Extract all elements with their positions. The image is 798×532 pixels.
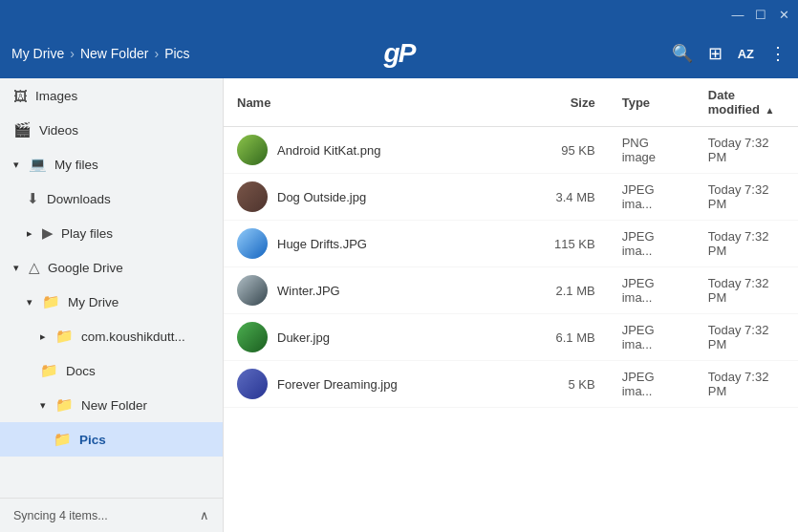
sidebar-label-com-koushik: com.koushikdutt... <box>81 330 185 344</box>
breadcrumb-my-drive[interactable]: My Drive <box>11 46 64 61</box>
file-size: 95 KB <box>540 127 609 174</box>
file-date: Today 7:32 PM <box>695 174 798 221</box>
title-bar: — ☐ ✕ <box>0 0 798 29</box>
file-name-cell: Duker.jpg <box>224 314 540 361</box>
sort-indicator: ▲ <box>766 105 775 116</box>
file-name: Dog Outside.jpg <box>277 190 366 204</box>
sidebar-label-downloads: Downloads <box>47 192 111 206</box>
file-type: JPEG ima... <box>609 221 695 267</box>
chevron-up-icon[interactable]: ∧ <box>200 508 209 522</box>
file-type: JPEG ima... <box>609 174 695 221</box>
computer-icon: 💻 <box>29 156 47 173</box>
file-size: 6.1 MB <box>540 314 609 361</box>
file-size: 3.4 MB <box>540 174 609 221</box>
file-name: Forever Dreaming.jpg <box>277 377 398 392</box>
sidebar-item-downloads[interactable]: ⬇ Downloads <box>0 181 223 216</box>
sidebar-item-google-drive[interactable]: ▾ △ Google Drive <box>0 250 223 285</box>
sidebar-item-docs[interactable]: 📁 Docs <box>0 353 223 388</box>
play-icon: ▶ <box>42 224 54 242</box>
sidebar-item-videos[interactable]: 🎬 Videos <box>0 113 223 147</box>
file-name: Duker.jpg <box>277 330 330 345</box>
sidebar-label-my-drive: My Drive <box>68 295 119 309</box>
col-header-date[interactable]: Date modified ▲ <box>695 78 798 127</box>
sidebar-item-com-koushik[interactable]: ▸ 📁 com.koushikdutt... <box>0 319 223 353</box>
table-row[interactable]: Huge Drifts.JPG 115 KB JPEG ima... Today… <box>224 221 798 267</box>
col-header-name[interactable]: Name <box>224 78 540 127</box>
chevron-down-icon-4: ▾ <box>40 399 46 412</box>
drive-icon: △ <box>29 259 40 276</box>
file-thumbnail <box>237 181 268 212</box>
table-row[interactable]: Winter.JPG 2.1 MB JPEG ima... Today 7:32… <box>224 267 798 314</box>
az-sort-button[interactable]: AZ <box>738 47 754 61</box>
col-header-size[interactable]: Size <box>540 78 609 127</box>
folder-icon-3: 📁 <box>40 362 58 379</box>
file-thumbnail <box>237 135 268 165</box>
breadcrumb-pics[interactable]: Pics <box>164 46 189 61</box>
file-date: Today 7:32 PM <box>695 127 798 174</box>
search-icon[interactable]: 🔍 <box>672 43 693 64</box>
file-date: Today 7:32 PM <box>695 361 798 408</box>
file-date: Today 7:32 PM <box>695 314 798 361</box>
sidebar-item-my-drive[interactable]: ▾ 📁 My Drive <box>0 285 223 319</box>
col-header-type[interactable]: Type <box>609 78 695 127</box>
sidebar-footer: Syncing 4 items... ∧ <box>0 498 223 532</box>
table-row[interactable]: Android KitKat.png 95 KB PNG image Today… <box>224 127 798 174</box>
table-row[interactable]: Forever Dreaming.jpg 5 KB JPEG ima... To… <box>224 361 798 408</box>
breadcrumb: My Drive › New Folder › Pics <box>11 46 672 61</box>
main-layout: 🖼 Images 🎬 Videos ▾ 💻 My files ⬇ Downloa… <box>0 78 798 532</box>
table-row[interactable]: Dog Outside.jpg 3.4 MB JPEG ima... Today… <box>224 174 798 221</box>
sidebar: 🖼 Images 🎬 Videos ▾ 💻 My files ⬇ Downloa… <box>0 78 224 532</box>
file-size: 2.1 MB <box>540 267 609 314</box>
sidebar-item-my-files[interactable]: ▾ 💻 My files <box>0 147 223 181</box>
file-date: Today 7:32 PM <box>695 267 798 314</box>
sidebar-label-play-files: Play files <box>61 226 113 241</box>
folder-icon-2: 📁 <box>55 328 74 345</box>
sidebar-label-new-folder: New Folder <box>81 398 147 413</box>
sidebar-label-my-files: My files <box>54 158 98 172</box>
table-header-row: Name Size Type Date modified ▲ <box>224 78 798 127</box>
breadcrumb-new-folder[interactable]: New Folder <box>80 46 149 61</box>
file-table: Name Size Type Date modified ▲ Android K… <box>224 78 798 408</box>
file-content: Name Size Type Date modified ▲ Android K… <box>224 78 798 532</box>
file-thumbnail <box>237 275 268 306</box>
file-name: Huge Drifts.JPG <box>277 237 367 251</box>
video-icon: 🎬 <box>13 121 32 138</box>
folder-icon-4: 📁 <box>55 396 74 414</box>
file-name-cell: Android KitKat.png <box>224 127 540 174</box>
sidebar-item-pics[interactable]: 📁 Pics <box>0 422 223 457</box>
file-type: JPEG ima... <box>609 314 695 361</box>
file-size: 115 KB <box>540 221 609 267</box>
chevron-right-icon-2: ▸ <box>40 330 46 343</box>
grid-view-icon[interactable]: ⊞ <box>708 43 723 64</box>
maximize-button[interactable]: ☐ <box>754 8 767 21</box>
sidebar-item-new-folder[interactable]: ▾ 📁 New Folder <box>0 388 223 422</box>
more-menu-icon[interactable]: ⋮ <box>769 43 787 64</box>
sidebar-label-pics: Pics <box>79 433 106 447</box>
close-button[interactable]: ✕ <box>777 8 790 21</box>
table-row[interactable]: Duker.jpg 6.1 MB JPEG ima... Today 7:32 … <box>224 314 798 361</box>
sidebar-label-images: Images <box>35 89 77 103</box>
chevron-right-icon: ▸ <box>27 227 32 240</box>
app-logo: gP <box>384 38 415 69</box>
download-icon: ⬇ <box>27 190 39 207</box>
chevron-down-icon: ▾ <box>13 159 19 171</box>
file-name-cell: Dog Outside.jpg <box>224 174 540 221</box>
chevron-down-icon-2: ▾ <box>13 262 19 274</box>
file-name-cell: Forever Dreaming.jpg <box>224 361 540 408</box>
sidebar-item-play-files[interactable]: ▸ ▶ Play files <box>0 216 223 250</box>
folder-icon: 📁 <box>42 293 60 310</box>
sidebar-item-images[interactable]: 🖼 Images <box>0 78 223 113</box>
chevron-down-icon-3: ▾ <box>27 296 32 309</box>
file-date: Today 7:32 PM <box>695 221 798 267</box>
file-thumbnail <box>237 322 268 352</box>
sidebar-label-videos: Videos <box>39 123 78 138</box>
sidebar-label-google-drive: Google Drive <box>48 261 123 275</box>
breadcrumb-sep-2: › <box>155 46 160 61</box>
app-header: My Drive › New Folder › Pics gP 🔍 ⊞ AZ ⋮ <box>0 29 798 78</box>
file-name-cell: Huge Drifts.JPG <box>224 221 540 267</box>
header-actions: 🔍 ⊞ AZ ⋮ <box>672 43 787 64</box>
syncing-status: Syncing 4 items... <box>13 509 108 522</box>
file-name: Winter.JPG <box>277 284 340 298</box>
file-type: JPEG ima... <box>609 267 695 314</box>
minimize-button[interactable]: — <box>731 8 744 21</box>
